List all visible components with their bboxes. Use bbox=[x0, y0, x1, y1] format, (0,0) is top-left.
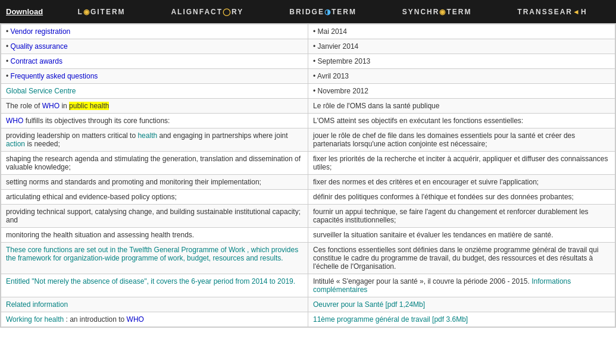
bullet-novembre bbox=[313, 87, 318, 95]
oeuvrer-link[interactable]: Oeuvrer pour la Santé [pdf 1,24Mb] bbox=[313, 300, 425, 309]
table-row: setting norms and standards and promotin… bbox=[1, 175, 615, 190]
main-content: Vendor registration Mai 2014 Quality ass… bbox=[0, 23, 616, 328]
table-row: Related information Oeuvrer pour la Sant… bbox=[1, 297, 615, 312]
left-cell: Contract awards bbox=[1, 54, 308, 69]
fr-norms-text: fixer des normes et des critères et en e… bbox=[313, 178, 539, 186]
programme-link[interactable]: 11ème programme général de travail [pdf … bbox=[313, 315, 468, 324]
table-row: Frequently asked questions Avril 2013 bbox=[1, 69, 615, 84]
en-functions-text: fulfills its objectives through its core… bbox=[26, 117, 170, 125]
fr-technical-text: fournir un appui technique, se faire l'a… bbox=[313, 208, 589, 224]
fr-monitoring: surveiller la situation sanitaire et éva… bbox=[308, 228, 615, 243]
title-en-prefix: The role of bbox=[6, 102, 42, 110]
en-leadership-text3: is needed; bbox=[27, 140, 60, 148]
who-link-title[interactable]: WHO bbox=[42, 102, 60, 110]
table-row: Entitled "Not merely the absence of dise… bbox=[1, 274, 615, 297]
en-articulating-text: articulating ethical and evidence-based … bbox=[6, 193, 177, 201]
who-intro-link[interactable]: WHO bbox=[127, 315, 144, 324]
fr-functions-intro: L'OMS atteint ses objectifs en exécutant… bbox=[308, 114, 615, 128]
table-row: Quality assurance Janvier 2014 bbox=[1, 39, 615, 54]
en-norms-text: setting norms and standards and promotin… bbox=[6, 178, 261, 186]
nav-synchroterm[interactable]: Synchr◉Term bbox=[402, 8, 472, 16]
working-health-link[interactable]: Working for health bbox=[6, 315, 64, 324]
faq-link[interactable]: Frequently asked questions bbox=[11, 72, 98, 80]
fr-entitled: Intitulé « S'engager pour la santé », il… bbox=[308, 274, 615, 297]
en-norms: setting norms and standards and promotin… bbox=[1, 175, 308, 190]
en-monitoring: monitoring the health situation and asse… bbox=[1, 228, 308, 243]
en-research: shaping the research agenda and stimulat… bbox=[1, 152, 308, 175]
nav-alignfactory[interactable]: AlignFact◯ry bbox=[171, 8, 243, 16]
title-en-middle: in bbox=[61, 102, 69, 110]
nav-logiterm[interactable]: L◉giTerm bbox=[78, 8, 126, 16]
table-row: These core functions are set out in the … bbox=[1, 243, 615, 274]
download-link[interactable]: Download bbox=[6, 7, 43, 16]
left-cell: Quality assurance bbox=[1, 39, 308, 54]
en-technical-text: providing technical support, catalysing … bbox=[6, 208, 301, 224]
fr-technical: fournir un appui technique, se faire l'a… bbox=[308, 205, 615, 228]
table-row: monitoring the health situation and asse… bbox=[1, 228, 615, 243]
who-link-1[interactable]: WHO bbox=[6, 117, 23, 125]
twelfth-link[interactable]: Twelfth General Programme of Work bbox=[129, 246, 245, 254]
right-cell: Septembre 2013 bbox=[308, 54, 615, 69]
right-cell: Novembre 2012 bbox=[308, 84, 615, 99]
fr-leadership: jouer le rôle de chef de file dans les d… bbox=[308, 128, 615, 152]
highlight-text: public health bbox=[69, 102, 109, 110]
table-row: providing leadership on matters critical… bbox=[1, 128, 615, 152]
en-leadership-text2: and engaging in partnerships where joint bbox=[159, 131, 287, 140]
bullet-janvier bbox=[313, 42, 318, 51]
en-functions-intro: WHO fulfills its objectives through its … bbox=[1, 114, 308, 128]
right-cell: Janvier 2014 bbox=[308, 39, 615, 54]
related-info-link[interactable]: Related information bbox=[6, 300, 68, 309]
table-row: articulating ethical and evidence-based … bbox=[1, 190, 615, 205]
bullet-vendor bbox=[6, 27, 11, 36]
quality-link[interactable]: Quality assurance bbox=[11, 42, 68, 51]
date-novembre: Novembre 2012 bbox=[318, 87, 368, 95]
en-entitled: Entitled "Not merely the absence of dise… bbox=[1, 274, 308, 297]
date-janvier: Janvier 2014 bbox=[318, 42, 359, 51]
vendor-link[interactable]: Vendor registration bbox=[11, 27, 71, 36]
en-technical: providing technical support, catalysing … bbox=[1, 205, 308, 228]
right-cell: Avril 2013 bbox=[308, 69, 615, 84]
date-avril: Avril 2013 bbox=[317, 72, 349, 80]
fr-entitled-text: Intitulé « S'engager pour la santé », il… bbox=[313, 277, 531, 285]
nav-bar: Download L◉giTerm AlignFact◯ry Bridge◑Te… bbox=[0, 0, 616, 23]
fr-articulating-text: définir des politiques conformes à l'éth… bbox=[313, 193, 574, 201]
title-fr: Le rôle de l'OMS dans la santé publique bbox=[313, 102, 439, 110]
fr-core-text: Ces fonctions essentielles sont définies… bbox=[313, 246, 599, 271]
fr-leadership-text: jouer le rôle de chef de file dans les d… bbox=[313, 131, 575, 148]
en-action-link: action bbox=[6, 140, 25, 148]
bullet-quality bbox=[6, 42, 11, 51]
en-leadership-text: providing leadership on matters critical… bbox=[6, 131, 137, 140]
en-these-text: These core functions are set out in the bbox=[6, 246, 129, 254]
related-info-cell: Related information bbox=[1, 297, 308, 312]
title-row: The role of WHO in public health Le rôle… bbox=[1, 99, 615, 114]
fr-articulating: définir des politiques conformes à l'éth… bbox=[308, 190, 615, 205]
bullet-avril bbox=[313, 72, 317, 80]
table-row: shaping the research agenda and stimulat… bbox=[1, 152, 615, 175]
table-row: WHO fulfills its objectives through its … bbox=[1, 114, 615, 128]
left-cell: Frequently asked questions bbox=[1, 69, 308, 84]
fr-norms: fixer des normes et des critères et en e… bbox=[308, 175, 615, 190]
contract-link[interactable]: Contract awards bbox=[11, 57, 62, 65]
en-health-link: health bbox=[137, 131, 157, 140]
nav-bridgeterm[interactable]: Bridge◑Term bbox=[289, 8, 357, 16]
global-service-link[interactable]: Global Service Centre bbox=[6, 87, 76, 95]
bullet-mai bbox=[313, 27, 318, 36]
bullet-septembre bbox=[313, 57, 318, 65]
en-monitoring-text: monitoring the health situation and asse… bbox=[6, 231, 194, 239]
nav-transsearch[interactable]: TransSear◄h bbox=[517, 8, 587, 16]
date-mai: Mai 2014 bbox=[318, 27, 347, 36]
table-row: providing technical support, catalysing … bbox=[1, 205, 615, 228]
title-en-cell: The role of WHO in public health bbox=[1, 99, 308, 114]
table-row: Global Service Centre Novembre 2012 bbox=[1, 84, 615, 99]
date-septembre: Septembre 2013 bbox=[318, 57, 371, 65]
table-row: Vendor registration Mai 2014 bbox=[1, 24, 615, 39]
en-research-text: shaping the research agenda and stimulat… bbox=[6, 155, 301, 171]
fr-programme-cell: 11ème programme général de travail [pdf … bbox=[308, 312, 615, 327]
left-cell: Global Service Centre bbox=[1, 84, 308, 99]
nav-logos: L◉giTerm AlignFact◯ry Bridge◑Term Synchr… bbox=[55, 8, 610, 16]
left-cell: Vendor registration bbox=[1, 24, 308, 39]
right-cell: Mai 2014 bbox=[308, 24, 615, 39]
content-table: Vendor registration Mai 2014 Quality ass… bbox=[1, 24, 615, 327]
en-articulating: articulating ethical and evidence-based … bbox=[1, 190, 308, 205]
table-row: Working for health : an introduction to … bbox=[1, 312, 615, 327]
